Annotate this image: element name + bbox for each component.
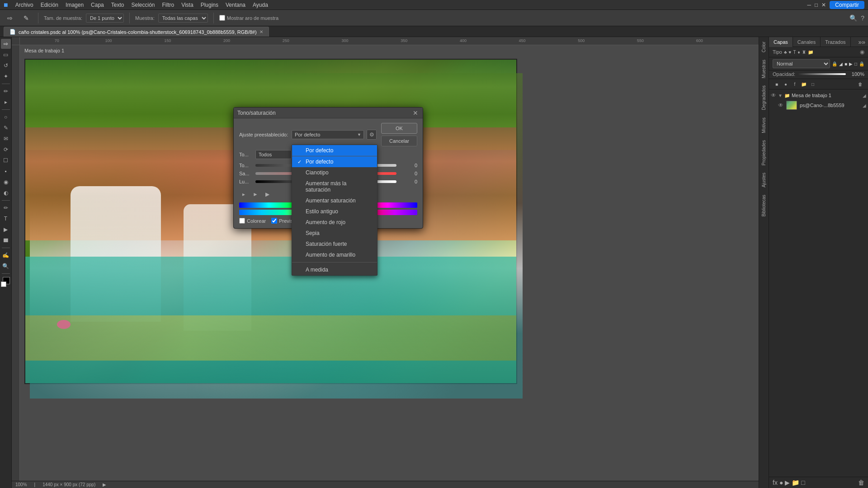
dropdown-item-aumentar-mas[interactable]: Aumentar más la saturación: [292, 178, 377, 195]
menu-archivo[interactable]: Archivo: [15, 2, 33, 8]
opacity-slider[interactable]: [798, 73, 846, 75]
menu-ventana[interactable]: Ventana: [226, 2, 245, 8]
lock-transparent-icon[interactable]: ◢: [839, 61, 843, 66]
tool-heal[interactable]: ○: [1, 112, 11, 122]
menu-vista[interactable]: Vista: [181, 2, 193, 8]
tab-capas[interactable]: Capas: [769, 37, 793, 47]
new-layer-icon[interactable]: □: [809, 80, 817, 88]
filter-folder-icon[interactable]: 📁: [808, 50, 813, 55]
share-button[interactable]: Compartir: [830, 1, 864, 9]
tool-clone[interactable]: ✉: [1, 134, 11, 144]
sample-size-select[interactable]: De 1 punto: [86, 14, 124, 23]
delete-layer-icon[interactable]: 🗑: [856, 80, 864, 88]
add-effect-icon[interactable]: f: [791, 80, 799, 88]
eyedropper-add-icon[interactable]: ►: [251, 190, 260, 199]
layer-group-mesa[interactable]: 👁 ▼ 📁 Mesa de trabajo 1 ◢: [769, 91, 868, 99]
dropdown-item-por-defecto-top[interactable]: Por defecto: [292, 145, 377, 156]
filter-adjust-icon[interactable]: ♥: [789, 50, 792, 55]
background-color[interactable]: [1, 282, 6, 287]
tool-dodge[interactable]: ◐: [1, 188, 11, 198]
tool-brush[interactable]: ✎: [1, 123, 11, 133]
eyedropper-icon[interactable]: ▸: [239, 190, 248, 199]
dropdown-item-por-defecto[interactable]: ✓ Por defecto: [292, 156, 377, 167]
preset-dropdown-menu[interactable]: Por defecto ✓ Por defecto Cianotipo: [292, 145, 377, 276]
menu-seleccion[interactable]: Selección: [131, 2, 155, 8]
search-icon[interactable]: 🔍: [849, 14, 857, 22]
tool-history-brush[interactable]: ⟳: [1, 145, 11, 155]
adjustment-icon-bottom[interactable]: ▶: [785, 479, 790, 486]
tool-crop[interactable]: ✏: [1, 86, 11, 96]
eyedropper-sub-icon[interactable]: ▶: [263, 190, 272, 199]
tab-canales[interactable]: Canales: [793, 37, 821, 47]
swatches-panel-icon[interactable]: Muestras: [760, 58, 767, 80]
menu-imagen[interactable]: Imagen: [66, 2, 84, 8]
color-swatch-area[interactable]: [1, 277, 11, 287]
layer-mode-select[interactable]: Normal: [773, 59, 830, 68]
dropdown-item-estilo-antiguo[interactable]: Estilo antiguo: [292, 206, 377, 217]
colorize-label[interactable]: Colorear: [239, 218, 266, 224]
minimize-icon[interactable]: ─: [807, 2, 811, 8]
show-ring-label[interactable]: Mostrar aro de muestra: [219, 15, 278, 21]
layer-options-icon[interactable]: ◢: [863, 103, 866, 108]
filter-text-icon[interactable]: T: [793, 50, 796, 55]
menu-ayuda[interactable]: Ayuda: [253, 2, 268, 8]
tool-eyedropper[interactable]: ▸: [1, 97, 11, 107]
maximize-icon[interactable]: □: [815, 2, 818, 8]
new-group-bottom-icon[interactable]: 📁: [792, 479, 799, 486]
patterns-panel-icon[interactable]: Motivos: [760, 116, 767, 135]
tool-text[interactable]: T: [1, 214, 11, 224]
move-tool-icon[interactable]: ⇨: [4, 12, 16, 24]
tool-hand[interactable]: ✍: [1, 250, 11, 260]
filter-toggle-icon[interactable]: ◉: [860, 49, 864, 55]
lock-position-icon[interactable]: ▶: [849, 61, 853, 66]
preview-checkbox[interactable]: [271, 218, 277, 224]
tool-blur[interactable]: ◉: [1, 177, 11, 187]
group-options-icon[interactable]: ◢: [863, 93, 866, 98]
menu-filtro[interactable]: Filtro: [162, 2, 174, 8]
gradients-panel-icon[interactable]: Degradados: [760, 84, 767, 112]
tool-zoom[interactable]: 🔍: [1, 261, 11, 271]
lock-pixels-icon[interactable]: ■: [844, 61, 847, 66]
new-layer-bottom-icon[interactable]: □: [801, 479, 805, 486]
close-icon[interactable]: ✕: [821, 2, 826, 8]
tool-path-select[interactable]: ▶: [1, 225, 11, 235]
dropdown-item-sat-fuerte[interactable]: Saturación fuerte: [292, 239, 377, 249]
tool-shapes[interactable]: ⯀: [1, 235, 11, 245]
filter-shape-icon[interactable]: ♦: [798, 50, 800, 55]
preset-select[interactable]: Por defecto: [292, 130, 364, 139]
muestra-select[interactable]: Todas las capas: [158, 14, 208, 23]
file-tab[interactable]: 📄 caño cristales.psdc al 100% (ps@Cano-C…: [4, 27, 269, 37]
status-triangle[interactable]: ▶: [103, 482, 106, 487]
brush-tool-icon[interactable]: ✎: [20, 12, 33, 24]
delete-bottom-icon[interactable]: 🗑: [858, 479, 864, 486]
lock-all-icon[interactable]: 🔒: [859, 61, 864, 66]
mask-icon-bottom[interactable]: ●: [779, 479, 783, 486]
tab-trazados[interactable]: Trazados: [821, 37, 850, 47]
group-expand-icon[interactable]: ▼: [778, 93, 783, 98]
color-panel-icon[interactable]: Color: [760, 40, 767, 54]
dropdown-item-aumentar-sat[interactable]: Aumentar saturación: [292, 195, 377, 206]
tool-magic-wand[interactable]: ✦: [1, 71, 11, 81]
menu-edicion[interactable]: Edición: [41, 2, 58, 8]
show-ring-checkbox[interactable]: [219, 15, 225, 21]
layer-item-main[interactable]: 👁 ps@Cano-...8b5559 ◢: [769, 99, 868, 111]
dropdown-item-sepia[interactable]: Sepia: [292, 228, 377, 239]
properties-panel-icon[interactable]: Propiedades: [760, 138, 767, 167]
preset-gear-button[interactable]: ⚙: [367, 130, 377, 140]
libraries-panel-icon[interactable]: Bibliotecas: [760, 193, 767, 218]
add-mask-icon[interactable]: ●: [782, 80, 790, 88]
help-icon[interactable]: ?: [861, 14, 864, 22]
filter-pixel-icon[interactable]: ♣: [784, 50, 787, 55]
filter-smart-icon[interactable]: ♜: [802, 50, 806, 55]
dropdown-item-a-medida[interactable]: A medida: [292, 264, 377, 275]
tab-close-icon[interactable]: ✕: [259, 29, 263, 34]
fx-icon[interactable]: fx: [773, 479, 778, 486]
add-adjustment-layer-icon[interactable]: ■: [773, 80, 781, 88]
menu-texto[interactable]: Texto: [111, 2, 124, 8]
tool-marquee[interactable]: ▭: [1, 50, 11, 60]
new-group-icon[interactable]: 📁: [800, 80, 808, 88]
dropdown-item-aumento-rojo[interactable]: Aumento de rojo: [292, 217, 377, 228]
eye-icon-layer[interactable]: 👁: [778, 102, 783, 108]
lock-artboard-icon[interactable]: □: [854, 61, 857, 66]
adjustments-panel-icon[interactable]: Ajustes: [760, 171, 767, 189]
